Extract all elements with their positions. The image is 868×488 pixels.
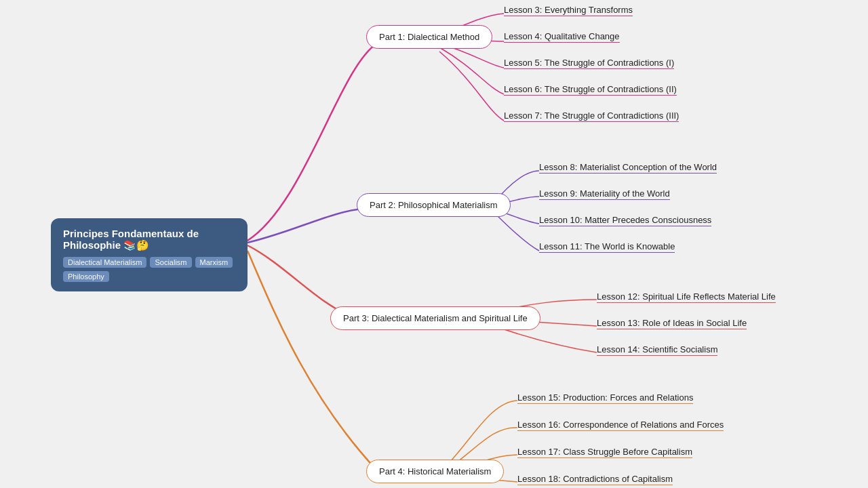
tag-philosophy: Philosophy — [63, 271, 109, 282]
lesson10[interactable]: Lesson 10: Matter Precedes Consciousness — [539, 214, 711, 226]
lesson10-text: Lesson 10: Matter Precedes Consciousness — [539, 215, 711, 226]
lesson13[interactable]: Lesson 13: Role of Ideas in Social Life — [597, 317, 747, 329]
lesson4[interactable]: Lesson 4: Qualitative Change — [504, 30, 620, 43]
lesson7-text: Lesson 7: The Struggle of Contradictions… — [504, 110, 679, 122]
lesson18[interactable]: Lesson 18: Contradictions of Capitalism — [517, 472, 673, 485]
lesson5-text: Lesson 5: The Struggle of Contradictions… — [504, 58, 674, 69]
lesson14-text: Lesson 14: Scientific Socialism — [597, 344, 717, 356]
lesson11[interactable]: Lesson 11: The World is Knowable — [539, 240, 675, 253]
lesson9-text: Lesson 9: Materiality of the World — [539, 188, 670, 200]
lesson3[interactable]: Lesson 3: Everything Transforms — [504, 3, 633, 16]
lesson16[interactable]: Lesson 16: Correspondence of Relations a… — [517, 418, 724, 431]
part1-node[interactable]: Part 1: Dialectical Method — [366, 25, 492, 49]
lesson3-text: Lesson 3: Everything Transforms — [504, 5, 633, 16]
lesson15-text: Lesson 15: Production: Forces and Relati… — [517, 392, 693, 404]
lesson17[interactable]: Lesson 17: Class Struggle Before Capital… — [517, 445, 692, 458]
part1-label: Part 1: Dialectical Method — [366, 25, 492, 49]
lesson6-text: Lesson 6: The Struggle of Contradictions… — [504, 84, 677, 96]
lesson12-text: Lesson 12: Spiritual Life Reflects Mater… — [597, 291, 776, 303]
tag-dialectical-materialism: Dialectical Materialism — [63, 257, 146, 268]
lesson4-text: Lesson 4: Qualitative Change — [504, 31, 620, 43]
lesson16-text: Lesson 16: Correspondence of Relations a… — [517, 420, 724, 431]
tag-marxism: Marxism — [195, 257, 233, 268]
part4-node[interactable]: Part 4: Historical Materialism — [366, 460, 504, 483]
lesson9[interactable]: Lesson 9: Materiality of the World — [539, 187, 670, 200]
lesson13-text: Lesson 13: Role of Ideas in Social Life — [597, 318, 747, 329]
lesson14[interactable]: Lesson 14: Scientific Socialism — [597, 343, 717, 356]
lesson17-text: Lesson 17: Class Struggle Before Capital… — [517, 447, 692, 458]
lesson5[interactable]: Lesson 5: The Struggle of Contradictions… — [504, 56, 674, 69]
part4-label: Part 4: Historical Materialism — [366, 460, 504, 483]
central-node[interactable]: Principes Fondamentaux de Philosophie 📚🤔… — [51, 218, 248, 291]
lesson7[interactable]: Lesson 7: The Struggle of Contradictions… — [504, 109, 679, 122]
lesson8[interactable]: Lesson 8: Materialist Conception of the … — [539, 161, 717, 174]
lesson12[interactable]: Lesson 12: Spiritual Life Reflects Mater… — [597, 290, 776, 303]
central-tags: Dialectical Materialism Socialism Marxis… — [63, 257, 235, 282]
lesson6[interactable]: Lesson 6: The Struggle of Contradictions… — [504, 83, 677, 96]
lesson8-text: Lesson 8: Materialist Conception of the … — [539, 162, 717, 174]
tag-socialism: Socialism — [150, 257, 191, 268]
part2-node[interactable]: Part 2: Philosophical Materialism — [357, 193, 511, 217]
lesson18-text: Lesson 18: Contradictions of Capitalism — [517, 474, 673, 485]
central-title: Principes Fondamentaux de Philosophie 📚🤔 — [63, 228, 235, 251]
part3-node[interactable]: Part 3: Dialectical Materialism and Spir… — [330, 306, 540, 330]
part3-label: Part 3: Dialectical Materialism and Spir… — [330, 306, 540, 330]
part2-label: Part 2: Philosophical Materialism — [357, 193, 511, 217]
lesson11-text: Lesson 11: The World is Knowable — [539, 241, 675, 253]
lesson15[interactable]: Lesson 15: Production: Forces and Relati… — [517, 391, 693, 404]
